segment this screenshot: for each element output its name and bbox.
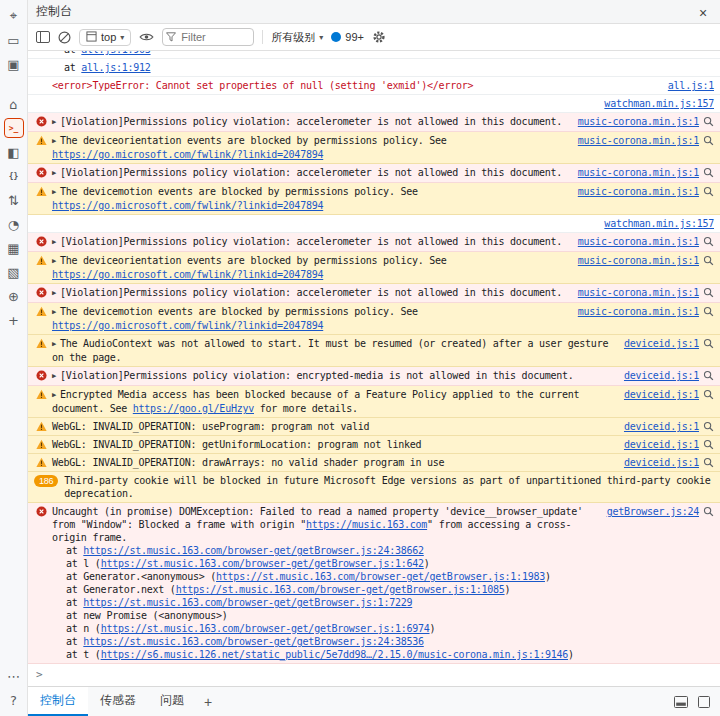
dock-bottom-icon[interactable] xyxy=(674,693,688,711)
performance-icon[interactable]: ◔ xyxy=(4,214,24,234)
console-message[interactable]: watchman.min.js:157 xyxy=(28,215,720,233)
magnifier-icon[interactable] xyxy=(703,305,714,317)
source-link[interactable]: https://st.music.163.com/browser-get/get… xyxy=(176,584,505,595)
source-link[interactable]: https://s6.music.126.net/static_public/5… xyxy=(101,649,568,660)
expand-caret-icon[interactable]: ▶ xyxy=(52,308,56,316)
source-link[interactable]: https://music.163.com xyxy=(306,519,427,530)
source-location-link[interactable]: music-corona.min.js:1 xyxy=(578,166,699,179)
expand-caret-icon[interactable]: ▶ xyxy=(52,340,56,348)
source-location-link[interactable]: music-corona.min.js:1 xyxy=(578,235,699,248)
source-link[interactable]: all.js:1:912 xyxy=(81,62,150,73)
drawer-tab-console[interactable]: 控制台 xyxy=(28,687,88,716)
expand-caret-icon[interactable]: ▶ xyxy=(52,169,56,177)
add-tool-icon[interactable]: + xyxy=(4,310,24,330)
console-message[interactable]: ▶The devicemotion events are blocked by … xyxy=(28,183,720,215)
source-location-link[interactable]: all.js:1 xyxy=(668,79,714,92)
more-icon[interactable]: ⋯ xyxy=(4,666,24,686)
source-link[interactable]: https://go.microsoft.com/fwlink/?linkid=… xyxy=(52,269,323,280)
magnifier-icon[interactable] xyxy=(703,388,714,400)
close-button[interactable]: × xyxy=(690,2,716,22)
source-link[interactable]: https://st.music.163.com/browser-get/get… xyxy=(83,636,423,647)
source-location-link[interactable]: music-corona.min.js:1 xyxy=(578,286,699,299)
drawer-tab-issues[interactable]: 问题 xyxy=(148,687,196,716)
expand-caret-icon[interactable]: ▶ xyxy=(52,257,56,265)
source-location-link[interactable]: deviceid.js:1 xyxy=(624,420,699,433)
console-prompt[interactable]: > xyxy=(28,664,720,685)
magnifier-icon[interactable] xyxy=(703,369,714,381)
magnifier-icon[interactable] xyxy=(703,166,714,178)
source-link[interactable]: https://st.music.163.com/browser-get/get… xyxy=(101,558,424,569)
console-message[interactable]: ▶[Violation]Permissions policy violation… xyxy=(28,367,720,386)
device-emulation-icon[interactable]: ▭ xyxy=(4,30,24,50)
magnifier-icon[interactable] xyxy=(703,286,714,298)
expand-panel-icon[interactable] xyxy=(698,693,710,711)
expand-caret-icon[interactable]: ▶ xyxy=(52,188,56,196)
console-message[interactable]: ▶Encrypted Media access has been blocked… xyxy=(28,386,720,418)
home-icon[interactable]: ⌂ xyxy=(4,94,24,114)
drawer-tab-sensors[interactable]: 传感器 xyxy=(88,687,148,716)
source-location-link[interactable]: watchman.min.js:157 xyxy=(604,217,714,230)
source-link[interactable]: https://go.microsoft.com/fwlink/?linkid=… xyxy=(52,200,323,211)
expand-caret-icon[interactable]: ▶ xyxy=(52,289,56,297)
settings-gear-icon[interactable] xyxy=(372,28,386,46)
expand-caret-icon[interactable]: ▶ xyxy=(52,137,56,145)
magnifier-icon[interactable] xyxy=(703,456,714,468)
console-message[interactable]: Uncaught (in promise) DOMException: Fail… xyxy=(28,503,720,664)
expand-caret-icon[interactable]: ▶ xyxy=(52,118,56,126)
help-icon[interactable]: ? xyxy=(4,690,24,710)
console-message[interactable]: ▶The deviceorientation events are blocke… xyxy=(28,132,720,164)
source-location-link[interactable]: music-corona.min.js:1 xyxy=(578,115,699,128)
console-message[interactable]: ▶The AudioContext was not allowed to sta… xyxy=(28,335,720,367)
console-message[interactable]: WebGL: INVALID_OPERATION: getUniformLoca… xyxy=(28,436,720,454)
console-message[interactable]: WebGL: INVALID_OPERATION: drawArrays: no… xyxy=(28,454,720,472)
source-location-link[interactable]: deviceid.js:1 xyxy=(624,438,699,451)
issues-counter[interactable]: 99+ xyxy=(331,31,364,43)
elements-icon[interactable]: ◧ xyxy=(4,142,24,162)
source-location-link[interactable]: music-corona.min.js:1 xyxy=(578,134,699,147)
source-location-link[interactable]: deviceid.js:1 xyxy=(624,388,699,401)
source-location-link[interactable]: deviceid.js:1 xyxy=(624,369,699,382)
console-icon[interactable]: >_ xyxy=(4,118,24,138)
magnifier-icon[interactable] xyxy=(703,235,714,247)
source-location-link[interactable]: music-corona.min.js:1 xyxy=(578,185,699,198)
add-drawer-tab-button[interactable]: + xyxy=(196,687,220,716)
console-message[interactable]: ▶The devicemotion events are blocked by … xyxy=(28,303,720,335)
console-message[interactable]: ▶The deviceorientation events are blocke… xyxy=(28,252,720,284)
console-message[interactable]: ▶[Violation]Permissions policy violation… xyxy=(28,164,720,183)
source-location-link[interactable]: deviceid.js:1 xyxy=(624,337,699,350)
extensions-icon[interactable]: ⊕ xyxy=(4,286,24,306)
network-icon[interactable]: ⇅ xyxy=(4,190,24,210)
sources-icon[interactable]: {} xyxy=(4,166,24,186)
console-message-area[interactable]: at all.js:1:903at all.js:1:912<error>Typ… xyxy=(28,51,720,686)
expand-caret-icon[interactable]: ▶ xyxy=(52,372,56,380)
source-link[interactable]: all.js:1:903 xyxy=(81,51,150,55)
source-location-link[interactable]: watchman.min.js:157 xyxy=(604,97,714,110)
console-message[interactable]: watchman.min.js:157 xyxy=(28,95,720,113)
application-icon[interactable]: ▧ xyxy=(4,262,24,282)
magnifier-icon[interactable] xyxy=(703,185,714,197)
console-message[interactable]: ▶[Violation]Permissions policy violation… xyxy=(28,233,720,252)
magnifier-icon[interactable] xyxy=(703,420,714,432)
console-message[interactable]: ▶[Violation]Permissions policy violation… xyxy=(28,284,720,303)
console-sidebar-toggle-icon[interactable] xyxy=(36,28,50,46)
magnifier-icon[interactable] xyxy=(703,134,714,146)
expand-caret-icon[interactable]: ▶ xyxy=(52,391,56,399)
expand-caret-icon[interactable]: ▶ xyxy=(52,238,56,246)
source-link[interactable]: https://go.microsoft.com/fwlink/?linkid=… xyxy=(52,320,323,331)
console-message[interactable]: at all.js:1:912 xyxy=(28,59,720,77)
console-message[interactable]: 186Third-party cookie will be blocked in… xyxy=(28,472,720,503)
log-levels-dropdown[interactable]: 所有级别 ▾ xyxy=(271,30,323,45)
source-link[interactable]: https://st.music.163.com/browser-get/get… xyxy=(216,571,545,582)
console-message[interactable]: at all.js:1:903 xyxy=(28,51,720,59)
live-expression-eye-icon[interactable] xyxy=(139,28,154,46)
console-message[interactable]: WebGL: INVALID_OPERATION: useProgram: pr… xyxy=(28,418,720,436)
source-link[interactable]: https://go.microsoft.com/fwlink/?linkid=… xyxy=(52,149,323,160)
magnifier-icon[interactable] xyxy=(703,254,714,266)
source-link[interactable]: https://st.music.163.com/browser-get/get… xyxy=(83,545,423,556)
console-message[interactable]: ▶[Violation]Permissions policy violation… xyxy=(28,113,720,132)
magnifier-icon[interactable] xyxy=(703,115,714,127)
source-link[interactable]: https://goo.gl/EuHzyv xyxy=(133,403,254,414)
source-link[interactable]: https://st.music.163.com/browser-get/get… xyxy=(101,623,430,634)
magnifier-icon[interactable] xyxy=(703,337,714,349)
source-location-link[interactable]: deviceid.js:1 xyxy=(624,456,699,469)
